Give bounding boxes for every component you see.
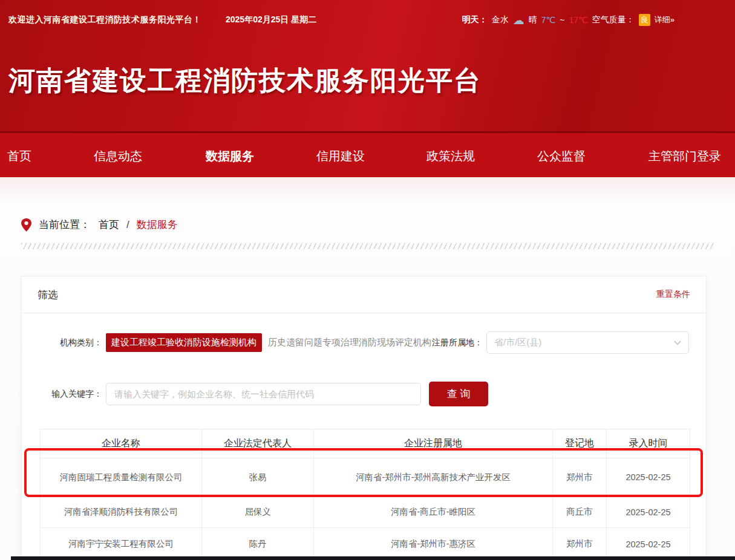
temp-high: 17℃ (569, 15, 587, 25)
col-header-registered-place: 企业注册属地 (314, 429, 553, 458)
keyword-label: 输入关键字： (22, 389, 102, 400)
aqi-badge: 良 (639, 14, 650, 26)
region-label: 注册所属地： (432, 337, 483, 348)
nav-item-home[interactable]: 首页 (7, 133, 31, 179)
table-row: 河南省泽顺消防科技有限公司 屈保义 河南省-商丘市-睢阳区 商丘市 2025-0… (41, 497, 690, 528)
breadcrumb: 当前位置： 首页 / 数据服务 (0, 177, 735, 232)
filter-title: 筛选 (38, 288, 58, 302)
category-option-unselected[interactable]: 历史遗留问题专项治理消防现场评定机构 (268, 337, 431, 348)
content-area: 当前位置： 首页 / 数据服务 筛选 重置条件 机构类别： 建设工程竣工验收消防… (0, 177, 735, 560)
cell-entry-time: 2025-02-25 (607, 528, 690, 560)
page-title: 河南省建设工程消防技术服务阳光平台 (8, 63, 735, 99)
nav-item-news[interactable]: 信息动态 (94, 133, 142, 179)
nav-item-data-service[interactable]: 数据服务 (206, 133, 254, 179)
filter-panel: 筛选 重置条件 机构类别： 建设工程竣工验收消防设施检测机构 历史遗留问题专项治… (21, 276, 707, 560)
col-header-legal-rep: 企业法定代表人 (202, 429, 314, 458)
topbar: 欢迎进入河南省建设工程消防技术服务阳光平台！ 2025年02月25日 星期二 明… (0, 0, 735, 40)
weather-city: 金水 (492, 15, 509, 25)
cell-record-place: 郑州市 (553, 458, 607, 497)
chevron-down-icon (674, 340, 681, 345)
region-select-placeholder: 省/市/区(县) (494, 337, 541, 348)
aqi-label: 空气质量： (592, 15, 635, 25)
region-filter-group: 注册所属地： 省/市/区(县) (432, 331, 689, 354)
col-header-record-place: 登记地 (553, 429, 607, 458)
main-nav: 首页 信息动态 数据服务 信用建设 政策法规 公众监督 主管部门登录 (0, 131, 735, 177)
location-pin-icon (21, 218, 31, 232)
welcome-text: 欢迎进入河南省建设工程消防技术服务阳光平台！ (8, 15, 201, 25)
breadcrumb-home-link[interactable]: 首页 (99, 218, 119, 232)
cell-entry-time: 2025-02-25 (607, 458, 690, 497)
nav-item-credit[interactable]: 信用建设 (316, 133, 365, 179)
weather-condition: 晴 (529, 15, 537, 25)
nav-item-policy[interactable]: 政策法规 (426, 133, 475, 179)
cell-legal-rep: 陈丹 (202, 528, 314, 560)
reset-filters-link[interactable]: 重置条件 (656, 289, 690, 300)
category-option-selected[interactable]: 建设工程竣工验收消防设施检测机构 (106, 333, 262, 352)
cell-registered-place: 河南省-郑州市-郑州高新技术产业开发区 (314, 458, 553, 497)
breadcrumb-current: 数据服务 (137, 218, 178, 232)
filter-panel-header: 筛选 重置条件 (22, 276, 706, 313)
col-header-entry-time: 录入时间 (607, 429, 690, 458)
region-select[interactable]: 省/市/区(县) (486, 331, 689, 354)
weather-widget: 明天： 金水 ☁ 晴 7℃ ~ 17℃ 空气质量： 良 详细» (462, 14, 675, 26)
col-header-company: 企业名称 (41, 429, 202, 458)
bottom-edge-bar (11, 556, 735, 560)
cell-company: 河南固瑞工程质量检测有限公司 (41, 458, 202, 497)
slash-divider (21, 243, 714, 249)
temp-low: 7℃ (541, 15, 556, 25)
results-table: 企业名称 企业法定代表人 企业注册属地 登记地 录入时间 河南固瑞工程质量检测有… (40, 429, 690, 560)
breadcrumb-label: 当前位置： (39, 218, 90, 232)
keyword-filter-row: 输入关键字： 查 询 (22, 382, 706, 406)
cell-company: 河南宇宁安装工程有限公司 (41, 528, 202, 560)
weather-tomorrow-label: 明天： (462, 15, 488, 25)
nav-item-admin-login[interactable]: 主管部门登录 (648, 133, 721, 179)
category-label: 机构类别： (22, 337, 102, 348)
nav-item-supervision[interactable]: 公众监督 (537, 133, 586, 179)
cell-entry-time: 2025-02-25 (607, 497, 690, 528)
breadcrumb-separator: / (126, 219, 129, 231)
cell-record-place: 郑州市 (553, 528, 607, 560)
cell-company: 河南省泽顺消防科技有限公司 (41, 497, 202, 528)
date-text: 2025年02月25日 星期二 (226, 15, 316, 25)
cell-registered-place: 河南省-郑州市-惠济区 (314, 528, 553, 560)
category-filter-row: 机构类别： 建设工程竣工验收消防设施检测机构 历史遗留问题专项治理消防现场评定机… (22, 331, 706, 354)
cell-legal-rep: 屈保义 (202, 497, 314, 528)
table-row: 河南宇宁安装工程有限公司 陈丹 河南省-郑州市-惠济区 郑州市 2025-02-… (41, 528, 690, 560)
search-button[interactable]: 查 询 (429, 382, 488, 406)
cell-record-place: 商丘市 (553, 497, 607, 528)
table-header-row: 企业名称 企业法定代表人 企业注册属地 登记地 录入时间 (41, 429, 690, 458)
weather-detail-link[interactable]: 详细» (655, 15, 675, 25)
keyword-input[interactable] (106, 383, 421, 405)
temp-tilde: ~ (560, 15, 564, 25)
table-row: 河南固瑞工程质量检测有限公司 张易 河南省-郑州市-郑州高新技术产业开发区 郑州… (41, 458, 690, 497)
site-header: 欢迎进入河南省建设工程消防技术服务阳光平台！ 2025年02月25日 星期二 明… (0, 0, 735, 131)
cloud-icon: ☁ (513, 15, 524, 26)
cell-registered-place: 河南省-商丘市-睢阳区 (314, 497, 553, 528)
cell-legal-rep: 张易 (202, 458, 314, 497)
